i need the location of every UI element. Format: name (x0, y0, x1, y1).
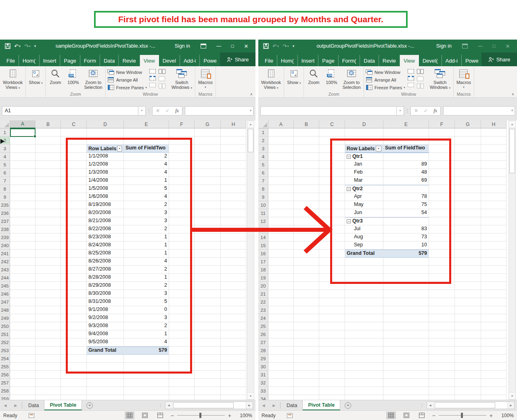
show-button[interactable]: Show ▾ (285, 67, 303, 86)
collapse-icon-qtr3[interactable]: − (347, 219, 351, 223)
cell-H20[interactable] (481, 282, 507, 290)
row-header-4[interactable]: 4 (0, 153, 10, 161)
cell-F236[interactable] (169, 209, 195, 217)
cell-E17[interactable] (383, 258, 429, 266)
cell-C25[interactable] (319, 322, 345, 330)
name-box-dropdown[interactable]: ▾ (138, 106, 146, 116)
row-header-238[interactable]: 238 (0, 225, 10, 233)
cell-G7[interactable] (195, 177, 221, 185)
view-side-by-side-icon[interactable] (417, 69, 424, 74)
cell-G2[interactable] (455, 136, 481, 145)
cell-B20[interactable] (294, 282, 319, 290)
cell-A6[interactable] (268, 169, 294, 177)
save-icon[interactable] (263, 43, 269, 49)
cell-C238[interactable] (61, 225, 87, 233)
row-header-33[interactable]: 33 (258, 387, 268, 395)
cell-H255[interactable] (221, 363, 246, 371)
column-header-B[interactable]: B (36, 120, 61, 128)
cell-F247[interactable] (169, 298, 195, 306)
cell-H21[interactable] (481, 290, 507, 298)
cancel-icon[interactable]: ✕ (156, 108, 160, 113)
cell-H25[interactable] (481, 322, 507, 330)
cell-G18[interactable] (455, 266, 481, 274)
cell-E6[interactable]: 4 (124, 169, 169, 177)
cell-C244[interactable] (61, 274, 87, 282)
zoom-button[interactable]: Zoom (46, 67, 64, 85)
cell-H8[interactable] (221, 185, 246, 193)
cell-F3[interactable] (169, 145, 195, 153)
cell-F235[interactable] (169, 201, 195, 209)
cell-A241[interactable] (10, 250, 36, 258)
cell-H6[interactable] (481, 169, 507, 177)
cell-C245[interactable] (61, 282, 87, 290)
column-header-C[interactable]: C (319, 120, 345, 128)
cell-D24[interactable] (345, 314, 383, 322)
cell-C259[interactable] (61, 395, 87, 400)
cell-D5[interactable]: 1/2/2008 (87, 161, 124, 169)
cell-D1[interactable] (87, 128, 124, 136)
cell-A31[interactable] (268, 371, 294, 379)
formula-input[interactable]: ▾ (185, 106, 253, 116)
cell-C33[interactable] (319, 387, 345, 395)
share-button[interactable]: Share (220, 52, 255, 66)
cell-D258[interactable] (87, 387, 124, 395)
cell-E11[interactable]: 54 (383, 209, 429, 217)
cell-B24[interactable] (294, 314, 319, 322)
cell-D7[interactable]: Mar (345, 177, 383, 185)
cell-A3[interactable] (268, 145, 294, 153)
cell-G34[interactable] (455, 395, 481, 400)
workbook-views-button[interactable]: Workbook Views ▾ (1, 67, 25, 90)
cell-E239[interactable]: 1 (124, 233, 169, 242)
cell-E22[interactable] (383, 298, 429, 306)
cell-E235[interactable]: 2 (124, 201, 169, 209)
row-header-8[interactable]: 8 (258, 185, 268, 193)
cell-F241[interactable] (169, 250, 195, 258)
zoom-100-button[interactable]: 100 100% (322, 67, 340, 85)
cell-C243[interactable] (61, 266, 87, 274)
cell-F33[interactable] (429, 387, 455, 395)
page-break-view-icon[interactable] (155, 412, 165, 419)
cell-B251[interactable] (36, 330, 61, 338)
row-header-19[interactable]: 19 (258, 274, 268, 282)
cell-B1[interactable] (294, 128, 319, 136)
cell-H24[interactable] (481, 314, 507, 322)
cell-F8[interactable] (169, 185, 195, 193)
cell-B9[interactable] (36, 193, 61, 201)
cell-E244[interactable]: 1 (124, 274, 169, 282)
cell-F242[interactable] (169, 258, 195, 266)
redo-button[interactable]: ↷▾ (283, 43, 289, 49)
cell-H236[interactable] (221, 209, 246, 217)
row-header-17[interactable]: 17 (258, 258, 268, 266)
cell-E1[interactable] (383, 128, 429, 136)
cell-D237[interactable]: 8/21/2008 (87, 217, 124, 225)
row-header-6[interactable]: 6 (0, 169, 10, 177)
cell-H28[interactable] (481, 346, 507, 355)
cell-A259[interactable] (10, 395, 36, 400)
row-header-254[interactable]: 254 (0, 355, 10, 363)
ribbon-tab-view[interactable]: View (140, 55, 159, 66)
row-header-25[interactable]: 25 (258, 322, 268, 330)
cell-G13[interactable] (455, 225, 481, 233)
cell-E245[interactable]: 2 (124, 282, 169, 290)
cell-G239[interactable] (195, 233, 221, 242)
normal-view-icon[interactable] (125, 412, 134, 419)
cell-B249[interactable] (36, 314, 61, 322)
row-header-20[interactable]: 20 (258, 282, 268, 290)
ribbon-tab-form[interactable]: Form (80, 55, 100, 66)
cell-F16[interactable] (429, 250, 455, 258)
cell-H10[interactable] (481, 201, 507, 209)
cell-A242[interactable] (10, 258, 36, 266)
cell-A248[interactable] (10, 306, 36, 314)
cell-H3[interactable] (221, 145, 246, 153)
cell-E6[interactable]: 48 (383, 169, 429, 177)
cell-F258[interactable] (169, 387, 195, 395)
cell-C4[interactable] (319, 153, 345, 161)
row-header-22[interactable]: 22 (258, 298, 268, 306)
undo-button[interactable]: ↶▾ (272, 43, 279, 49)
cell-C247[interactable] (61, 298, 87, 306)
cell-F3[interactable] (429, 145, 455, 153)
cell-F26[interactable] (429, 330, 455, 338)
cell-A237[interactable] (10, 217, 36, 225)
cell-H9[interactable] (221, 193, 246, 201)
row-header-245[interactable]: 245 (0, 282, 10, 290)
